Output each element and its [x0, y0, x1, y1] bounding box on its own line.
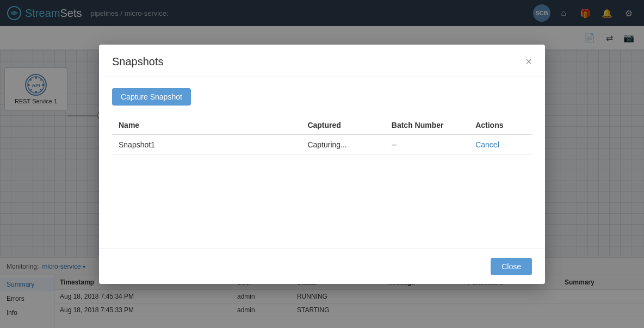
close-button[interactable]: Close	[491, 258, 532, 275]
snapshot-row: Snapshot1Capturing...--Cancel	[112, 134, 532, 155]
cancel-link[interactable]: Cancel	[475, 140, 499, 149]
col-actions-header: Actions	[469, 116, 532, 134]
modal-header: Snapshots ×	[99, 45, 545, 77]
snapshot-batch: --	[385, 134, 469, 155]
modal-overlay: Snapshots × Capture Snapshot Name Captur…	[0, 0, 644, 328]
modal-footer: Close	[99, 249, 545, 284]
snapshot-action: Cancel	[469, 134, 532, 155]
snapshots-modal: Snapshots × Capture Snapshot Name Captur…	[99, 45, 545, 284]
snapshot-captured: Capturing...	[301, 134, 385, 155]
capture-snapshot-button[interactable]: Capture Snapshot	[112, 88, 191, 106]
col-batch-header: Batch Number	[385, 116, 469, 134]
modal-close-button[interactable]: ×	[525, 56, 532, 67]
modal-title: Snapshots	[112, 55, 164, 68]
col-captured-header: Captured	[301, 116, 385, 134]
col-name-header: Name	[112, 116, 301, 134]
snapshots-table: Name Captured Batch Number Actions Snaps…	[112, 116, 532, 155]
snapshot-name: Snapshot1	[112, 134, 301, 155]
modal-body: Capture Snapshot Name Captured Batch Num…	[99, 77, 545, 249]
